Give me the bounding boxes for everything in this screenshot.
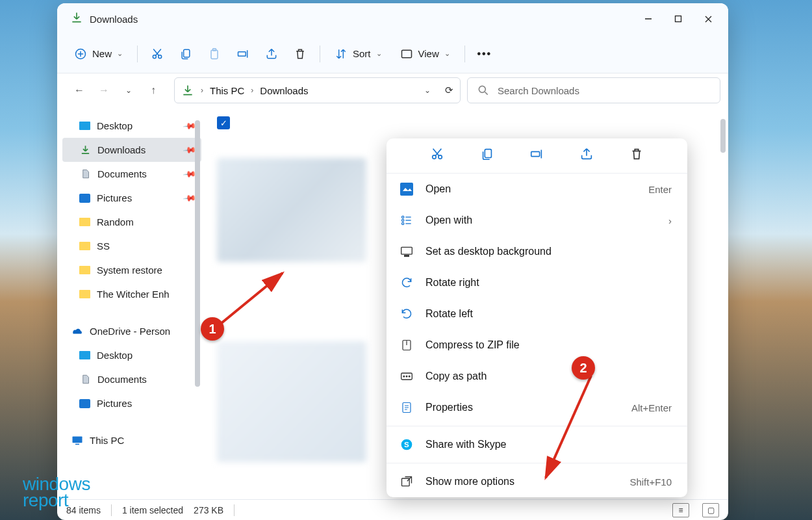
svg-rect-32 xyxy=(405,255,409,257)
sidebar-label: SS xyxy=(97,240,110,252)
icons-view-button[interactable]: ▢ xyxy=(702,503,719,517)
sidebar-scrollbar[interactable] xyxy=(195,120,200,387)
back-button[interactable]: ← xyxy=(70,81,88,99)
rename-icon[interactable] xyxy=(524,147,549,164)
sidebar-item-od-documents[interactable]: Documents xyxy=(62,367,201,391)
context-item-show-more[interactable]: Show more optionsShift+F10 xyxy=(387,466,687,497)
sidebar-item-od-pictures[interactable]: Pictures xyxy=(62,391,201,415)
rotate-right-icon xyxy=(400,276,414,290)
sidebar-label: Documents xyxy=(97,168,147,179)
chevron-right-icon: › xyxy=(251,86,253,95)
sidebar-item-onedrive[interactable]: OneDrive - Person xyxy=(62,319,201,343)
breadcrumb-current[interactable]: Downloads xyxy=(260,85,308,96)
sidebar-item-thispc[interactable]: This PC xyxy=(62,428,201,452)
breadcrumb-root[interactable]: This PC xyxy=(210,85,244,96)
close-button[interactable] xyxy=(693,7,723,31)
sidebar-item-documents[interactable]: Documents📌 xyxy=(62,162,201,186)
address-bar[interactable]: › This PC › Downloads ⌄ ⟳ xyxy=(174,77,461,103)
zip-icon xyxy=(400,338,414,352)
share-icon[interactable] xyxy=(574,147,599,164)
search-placeholder: Search Downloads xyxy=(498,85,579,96)
sidebar-label: Pictures xyxy=(97,192,132,203)
svg-rect-14 xyxy=(401,50,411,58)
sidebar-label: Downloads xyxy=(97,144,146,155)
share-icon[interactable] xyxy=(259,42,285,66)
separator xyxy=(320,46,320,62)
context-label: Set as desktop background xyxy=(425,246,672,257)
copy-icon[interactable] xyxy=(475,147,500,164)
up-button[interactable]: ↑ xyxy=(144,81,162,99)
copypath-icon xyxy=(400,369,414,384)
svg-rect-22 xyxy=(531,151,540,156)
delete-icon[interactable] xyxy=(624,147,649,164)
context-label: Compress to ZIP file xyxy=(425,339,672,351)
svg-rect-1 xyxy=(676,16,681,22)
downloads-icon xyxy=(181,84,194,97)
separator xyxy=(464,46,465,62)
svg-rect-21 xyxy=(485,150,491,158)
paste-icon[interactable] xyxy=(201,42,227,66)
context-item-zip[interactable]: Compress to ZIP file xyxy=(387,330,687,361)
chevron-down-icon: ⌄ xyxy=(117,49,123,58)
svg-rect-11 xyxy=(213,48,216,50)
rotate-left-icon xyxy=(400,307,414,321)
svg-point-37 xyxy=(406,376,407,377)
file-thumbnail-selected[interactable]: ✓ xyxy=(217,116,366,311)
sidebar-item-random[interactable]: Random xyxy=(62,210,201,234)
rename-icon[interactable] xyxy=(230,42,256,66)
view-button[interactable]: View ⌄ xyxy=(392,42,458,66)
recent-dropdown[interactable]: ⌄ xyxy=(120,81,138,99)
context-item-copypath[interactable]: Copy as path xyxy=(387,361,687,392)
refresh-icon[interactable]: ⟳ xyxy=(445,84,453,96)
cut-icon[interactable] xyxy=(425,147,450,164)
search-box[interactable]: Search Downloads xyxy=(467,77,720,103)
context-item-open[interactable]: OpenEnter xyxy=(387,174,687,205)
maximize-button[interactable] xyxy=(663,7,693,31)
new-button[interactable]: New ⌄ xyxy=(66,42,131,66)
sidebar-label: Pictures xyxy=(97,398,132,409)
sidebar-item-system-restore[interactable]: System restore xyxy=(62,258,201,282)
context-item-properties[interactable]: PropertiesAlt+Enter xyxy=(387,392,687,423)
nav-row: ← → ⌄ ↑ › This PC › Downloads ⌄ ⟳ Search… xyxy=(57,73,728,107)
chevron-right-icon: › xyxy=(201,86,203,95)
sidebar-item-downloads[interactable]: Downloads📌 xyxy=(62,138,201,162)
context-item-setbg[interactable]: Set as desktop background xyxy=(387,236,687,267)
downloads-title-icon xyxy=(70,11,83,27)
context-item-skype[interactable]: SShare with Skype xyxy=(387,429,687,460)
context-item-openwith[interactable]: Open with› xyxy=(387,205,687,236)
sidebar-item-desktop[interactable]: Desktop📌 xyxy=(62,114,201,138)
desktop-bg-icon xyxy=(400,244,414,259)
file-thumbnail[interactable] xyxy=(217,341,366,462)
svg-line-16 xyxy=(485,92,488,95)
forward-button[interactable]: → xyxy=(95,81,113,99)
svg-rect-9 xyxy=(184,49,190,57)
address-dropdown-icon[interactable]: ⌄ xyxy=(424,86,431,95)
minimize-button[interactable] xyxy=(633,7,663,31)
copy-icon[interactable] xyxy=(173,42,199,66)
svg-rect-17 xyxy=(73,437,82,443)
delete-icon[interactable] xyxy=(287,42,313,66)
sidebar-item-ss[interactable]: SS xyxy=(62,234,201,258)
context-menu: OpenEnter Open with› Set as desktop back… xyxy=(387,138,687,497)
sidebar-item-pictures[interactable]: Pictures📌 xyxy=(62,186,201,210)
openwith-icon xyxy=(400,213,414,228)
checkbox-checked-icon[interactable]: ✓ xyxy=(217,116,230,129)
status-selected: 1 item selected xyxy=(122,505,183,515)
separator xyxy=(387,463,687,463)
content-scrollbar[interactable] xyxy=(720,119,726,153)
sidebar-label: This PC xyxy=(90,435,124,446)
properties-icon xyxy=(400,400,414,415)
more-icon[interactable]: ••• xyxy=(472,42,498,66)
context-label: Share with Skype xyxy=(425,439,672,450)
context-label: Rotate right xyxy=(425,277,672,289)
folder-icon xyxy=(79,218,90,226)
cut-icon[interactable] xyxy=(144,42,170,66)
sidebar-item-witcher[interactable]: The Witcher Enh xyxy=(62,282,201,306)
context-item-rotate-right[interactable]: Rotate right xyxy=(387,267,687,298)
details-view-button[interactable]: ≡ xyxy=(672,503,689,517)
sidebar-item-od-desktop[interactable]: Desktop xyxy=(62,343,201,367)
context-label: Open with xyxy=(425,214,657,226)
sidebar-label: System restore xyxy=(97,265,162,276)
sort-button[interactable]: Sort ⌄ xyxy=(327,42,390,66)
context-item-rotate-left[interactable]: Rotate left xyxy=(387,298,687,330)
